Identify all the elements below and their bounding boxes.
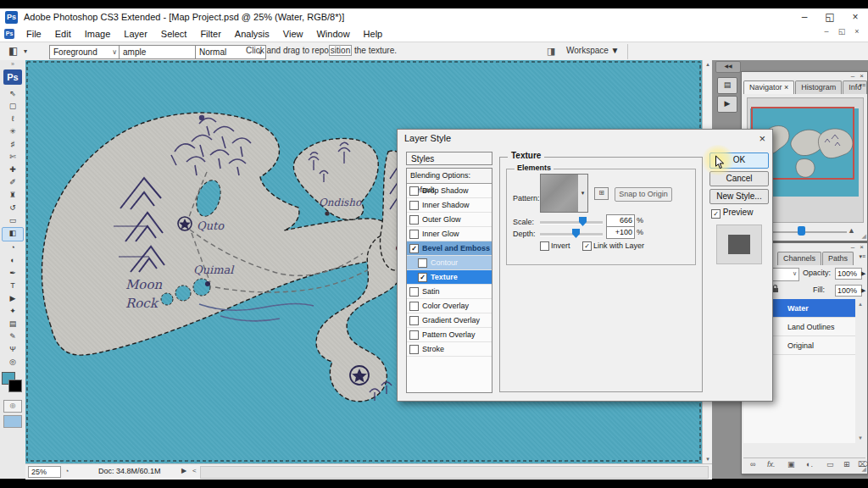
layer-mask-icon[interactable]: ▣ <box>787 460 795 469</box>
new-layer-icon[interactable]: ⊞ <box>843 460 850 469</box>
lasso-tool[interactable]: ℓ <box>3 113 23 125</box>
eraser-tool[interactable]: ▭ <box>3 214 23 227</box>
opacity-value[interactable]: 100% <box>835 268 862 280</box>
marquee-tool[interactable]: ▢ <box>3 100 23 113</box>
preview-checkbox[interactable]: ✓ <box>711 209 721 219</box>
screen-mode-button[interactable] <box>3 415 22 428</box>
restore-button[interactable]: ◱ <box>817 8 843 26</box>
checkbox[interactable] <box>409 302 419 311</box>
panel-window-controls[interactable]: – × <box>851 72 865 80</box>
workspace-menu[interactable]: Workspace ▼ <box>566 46 620 55</box>
menu-file[interactable]: File <box>19 27 48 41</box>
doc-minimize-button[interactable]: – <box>819 27 834 36</box>
tab-navigator[interactable]: Navigator × <box>743 80 794 94</box>
blur-tool[interactable]: ◔ <box>3 241 23 254</box>
zoom-level-field[interactable]: 25% <box>28 466 61 478</box>
layer-list-scrollbar[interactable]: ▴ ▾ <box>855 299 865 443</box>
history-brush-tool[interactable]: ↺ <box>3 202 23 214</box>
snap-to-origin-button[interactable]: Snap to Origin <box>615 187 672 202</box>
pen-tool[interactable]: ✒ <box>3 267 23 280</box>
minimize-button[interactable]: – <box>792 8 817 26</box>
checkbox[interactable] <box>409 330 419 340</box>
checkbox[interactable] <box>409 345 419 354</box>
fill-slider-arrow[interactable]: ▶ <box>861 287 865 294</box>
quick-selection-tool[interactable]: ✳ <box>3 125 23 138</box>
new-style-button[interactable]: New Style... <box>709 189 769 204</box>
checkbox[interactable] <box>409 316 419 325</box>
checkbox[interactable] <box>409 186 419 196</box>
style-item-inner-shadow[interactable]: Inner Shadow <box>407 198 492 213</box>
move-tool[interactable]: ⇖ <box>3 87 23 100</box>
scale-slider-track[interactable] <box>540 221 603 225</box>
fill-source-select[interactable]: Foreground∨ <box>49 45 120 59</box>
notes-tool[interactable]: ▤ <box>3 318 23 330</box>
panel-menu-icon[interactable]: ▾≡ <box>859 82 865 89</box>
style-item-inner-glow[interactable]: Inner Glow <box>407 227 492 241</box>
adjustment-layer-icon[interactable]: ◐. <box>806 460 813 469</box>
menu-select[interactable]: Select <box>154 27 194 41</box>
type-tool[interactable]: T <box>3 280 23 292</box>
dodge-tool[interactable]: ◐ <box>3 254 23 267</box>
style-item-stroke[interactable]: Stroke <box>407 342 492 357</box>
hand-tool[interactable]: Ψ <box>3 343 23 356</box>
slice-tool[interactable]: ✄ <box>3 151 23 164</box>
palette-expand-icon[interactable]: » <box>0 60 25 69</box>
menu-help[interactable]: Help <box>357 27 390 41</box>
tool-preset-caret-icon[interactable]: ▾ <box>24 47 27 55</box>
depth-slider-track[interactable] <box>540 233 603 236</box>
checkbox[interactable] <box>409 201 419 210</box>
style-item-drop-shadow[interactable]: Drop Shadow <box>407 184 492 198</box>
style-item-color-overlay[interactable]: Color Overlay <box>407 299 492 313</box>
link-layers-icon[interactable]: ∞ <box>750 460 755 469</box>
link-with-layer-checkbox[interactable]: ✓ <box>582 241 592 251</box>
pattern-thumbnail[interactable] <box>540 174 579 213</box>
bridge-icon[interactable]: ◨ <box>547 46 555 57</box>
checkbox[interactable] <box>418 258 427 268</box>
brush-tool[interactable]: ✐ <box>3 176 23 189</box>
hscroll-left-icon[interactable]: < <box>192 467 197 474</box>
panel-window-controls[interactable]: – × <box>851 243 865 251</box>
menu-window[interactable]: Window <box>309 27 356 41</box>
tab-close-icon[interactable]: × <box>784 83 788 92</box>
background-color-swatch[interactable] <box>8 380 22 392</box>
style-item-pattern-overlay[interactable]: Pattern Overlay <box>407 328 492 342</box>
menu-image[interactable]: Image <box>78 27 118 41</box>
style-item-contour[interactable]: Contour <box>407 256 492 270</box>
dock-panel-icon-1[interactable]: ▤ <box>717 77 737 94</box>
status-menu-arrow[interactable]: ▶ <box>181 467 186 474</box>
checkbox[interactable] <box>409 215 419 225</box>
opacity-slider-arrow[interactable]: ▶ <box>861 270 865 277</box>
checkbox[interactable] <box>409 287 419 297</box>
resize-grip[interactable]: ◢ <box>862 233 866 240</box>
panel-menu-icon[interactable]: ▾≡ <box>859 253 865 260</box>
collapse-dock-button[interactable]: ◀◀ <box>715 61 741 73</box>
pattern-picker-caret-icon[interactable]: ▾ <box>578 174 588 213</box>
healing-brush-tool[interactable]: ✚ <box>3 164 23 176</box>
layer-style-fx-icon[interactable]: fx. <box>767 460 776 469</box>
close-button[interactable]: × <box>843 8 868 26</box>
scroll-down-icon[interactable]: ▾ <box>855 435 865 441</box>
invert-checkbox[interactable] <box>540 241 549 251</box>
checkbox[interactable] <box>409 230 419 239</box>
scroll-up-icon[interactable]: ▴ <box>855 301 865 308</box>
dialog-close-icon[interactable]: × <box>759 132 765 145</box>
doc-restore-button[interactable]: ◱ <box>834 27 849 36</box>
tab-paths[interactable]: Paths <box>822 252 854 265</box>
cancel-button[interactable]: Cancel <box>709 171 769 186</box>
checkbox[interactable]: ✓ <box>418 273 427 282</box>
menu-analysis[interactable]: Analysis <box>228 27 276 41</box>
path-selection-tool[interactable]: ▶ <box>3 292 23 305</box>
horizontal-scrollbar[interactable] <box>200 466 709 479</box>
ok-button[interactable]: OK <box>709 152 769 169</box>
style-item-outer-glow[interactable]: Outer Glow <box>407 213 492 227</box>
zoom-in-icon[interactable]: ▲ <box>848 226 855 235</box>
depth-value-field[interactable]: +100 <box>606 226 635 239</box>
crop-tool[interactable]: ♯ <box>3 138 23 151</box>
gradient-bucket-tool[interactable]: ◧ <box>2 227 24 241</box>
style-item-blending-options[interactable]: Blending Options: Default <box>407 169 492 184</box>
pattern-name-field[interactable]: ample <box>119 45 197 59</box>
tab-histogram[interactable]: Histogram <box>795 80 842 94</box>
eyedropper-tool[interactable]: ✎ <box>3 330 23 343</box>
clone-stamp-tool[interactable]: ♜ <box>3 189 23 202</box>
resize-grip[interactable]: ◢ <box>862 466 866 473</box>
